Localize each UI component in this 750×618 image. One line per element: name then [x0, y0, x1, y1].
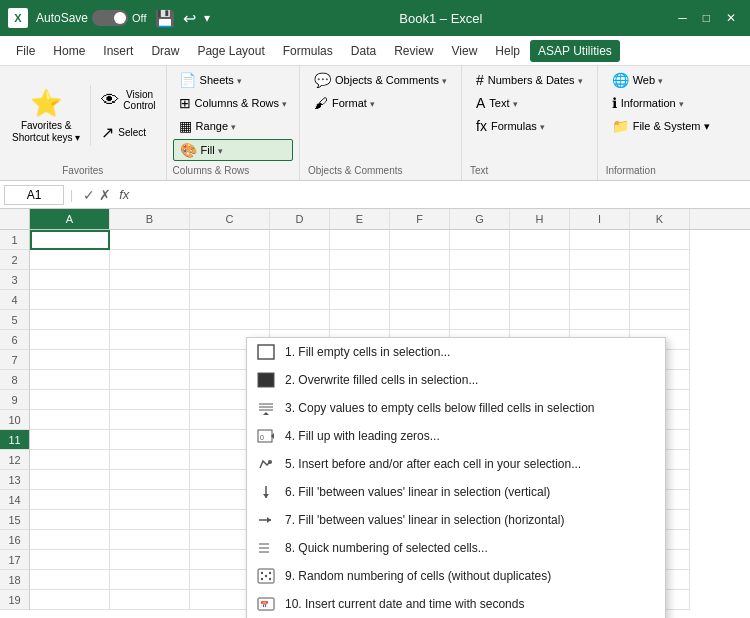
quick-access-dropdown[interactable]: ▾	[204, 11, 210, 25]
cell-H1[interactable]	[510, 230, 570, 250]
cell-I4[interactable]	[570, 290, 630, 310]
fill-menu-item-2[interactable]: 2. Overwrite filled cells in selection..…	[247, 366, 665, 394]
col-header-d[interactable]: D	[270, 209, 330, 229]
cell-A14[interactable]	[30, 490, 110, 510]
cell-A6[interactable]	[30, 330, 110, 350]
row-header-2[interactable]: 2	[0, 250, 29, 270]
col-header-k[interactable]: K	[630, 209, 690, 229]
close-button[interactable]: ✕	[720, 11, 742, 25]
cell-A9[interactable]	[30, 390, 110, 410]
cell-E4[interactable]	[330, 290, 390, 310]
cell-A19[interactable]	[30, 590, 110, 610]
cell-B7[interactable]	[110, 350, 190, 370]
row-header-3[interactable]: 3	[0, 270, 29, 290]
cell-E2[interactable]	[330, 250, 390, 270]
save-button[interactable]: 💾	[155, 9, 175, 28]
cell-B9[interactable]	[110, 390, 190, 410]
cell-A1[interactable]	[30, 230, 110, 250]
autosave-toggle[interactable]	[92, 10, 128, 26]
row-header-17[interactable]: 17	[0, 550, 29, 570]
cell-G2[interactable]	[450, 250, 510, 270]
information-button[interactable]: ℹ Information ▾	[606, 93, 716, 113]
cell-H3[interactable]	[510, 270, 570, 290]
cell-A3[interactable]	[30, 270, 110, 290]
cell-B1[interactable]	[110, 230, 190, 250]
row-header-19[interactable]: 19	[0, 590, 29, 610]
row-header-1[interactable]: 1	[0, 230, 29, 250]
fill-menu-item-8[interactable]: 8. Quick numbering of selected cells...	[247, 534, 665, 562]
col-header-a[interactable]: A	[30, 209, 110, 229]
cell-B17[interactable]	[110, 550, 190, 570]
col-header-i[interactable]: I	[570, 209, 630, 229]
maximize-button[interactable]: □	[697, 11, 716, 25]
formulas-button[interactable]: fx Formulas ▾	[470, 116, 589, 136]
cell-A12[interactable]	[30, 450, 110, 470]
objects-comments-button[interactable]: 💬 Objects & Comments ▾	[308, 70, 453, 90]
row-header-14[interactable]: 14	[0, 490, 29, 510]
cell-A16[interactable]	[30, 530, 110, 550]
menu-formulas[interactable]: Formulas	[275, 40, 341, 62]
fill-menu-item-9[interactable]: 9. Random numbering of cells (without du…	[247, 562, 665, 590]
cell-B16[interactable]	[110, 530, 190, 550]
text-button[interactable]: A Text ▾	[470, 93, 589, 113]
cell-D2[interactable]	[270, 250, 330, 270]
col-header-c[interactable]: C	[190, 209, 270, 229]
range-button[interactable]: ▦ Range ▾	[173, 116, 293, 136]
undo-button[interactable]: ↩	[183, 9, 196, 28]
cell-B11[interactable]	[110, 430, 190, 450]
cell-B4[interactable]	[110, 290, 190, 310]
file-system-button[interactable]: 📁 File & System ▾	[606, 116, 716, 136]
cancel-icon[interactable]: ✗	[99, 187, 111, 203]
cell-F3[interactable]	[390, 270, 450, 290]
cell-A4[interactable]	[30, 290, 110, 310]
row-header-8[interactable]: 8	[0, 370, 29, 390]
row-header-12[interactable]: 12	[0, 450, 29, 470]
cell-A18[interactable]	[30, 570, 110, 590]
row-header-4[interactable]: 4	[0, 290, 29, 310]
cell-D4[interactable]	[270, 290, 330, 310]
check-icon[interactable]: ✓	[83, 187, 95, 203]
cell-B6[interactable]	[110, 330, 190, 350]
menu-home[interactable]: Home	[45, 40, 93, 62]
cell-I2[interactable]	[570, 250, 630, 270]
menu-file[interactable]: File	[8, 40, 43, 62]
cell-B12[interactable]	[110, 450, 190, 470]
row-header-5[interactable]: 5	[0, 310, 29, 330]
fill-menu-item-5[interactable]: 5. Insert before and/or after each cell …	[247, 450, 665, 478]
minimize-button[interactable]: ─	[672, 11, 693, 25]
col-header-b[interactable]: B	[110, 209, 190, 229]
cell-H4[interactable]	[510, 290, 570, 310]
col-header-g[interactable]: G	[450, 209, 510, 229]
cell-E1[interactable]	[330, 230, 390, 250]
cell-F5[interactable]	[390, 310, 450, 330]
cell-G5[interactable]	[450, 310, 510, 330]
cell-B13[interactable]	[110, 470, 190, 490]
fill-menu-item-10[interactable]: 📅 10. Insert current date and time with …	[247, 590, 665, 618]
cell-C5[interactable]	[190, 310, 270, 330]
row-header-9[interactable]: 9	[0, 390, 29, 410]
cell-B15[interactable]	[110, 510, 190, 530]
cell-A2[interactable]	[30, 250, 110, 270]
cell-B5[interactable]	[110, 310, 190, 330]
fill-menu-item-7[interactable]: 7. Fill 'between values' linear in selec…	[247, 506, 665, 534]
menu-draw[interactable]: Draw	[143, 40, 187, 62]
cell-K2[interactable]	[630, 250, 690, 270]
fill-menu-item-1[interactable]: 1. Fill empty cells in selection...	[247, 338, 665, 366]
cell-B18[interactable]	[110, 570, 190, 590]
fill-button[interactable]: 🎨 Fill ▾	[173, 139, 293, 161]
cell-C4[interactable]	[190, 290, 270, 310]
numbers-dates-button[interactable]: # Numbers & Dates ▾	[470, 70, 589, 90]
row-header-13[interactable]: 13	[0, 470, 29, 490]
vision-control-button[interactable]: 👁 VisionControl	[97, 85, 159, 115]
cell-D1[interactable]	[270, 230, 330, 250]
row-header-6[interactable]: 6	[0, 330, 29, 350]
cell-I3[interactable]	[570, 270, 630, 290]
cell-reference[interactable]	[4, 185, 64, 205]
cell-E5[interactable]	[330, 310, 390, 330]
cell-B19[interactable]	[110, 590, 190, 610]
formula-input[interactable]	[133, 188, 746, 202]
cell-K5[interactable]	[630, 310, 690, 330]
cell-K1[interactable]	[630, 230, 690, 250]
cell-B10[interactable]	[110, 410, 190, 430]
menu-insert[interactable]: Insert	[95, 40, 141, 62]
